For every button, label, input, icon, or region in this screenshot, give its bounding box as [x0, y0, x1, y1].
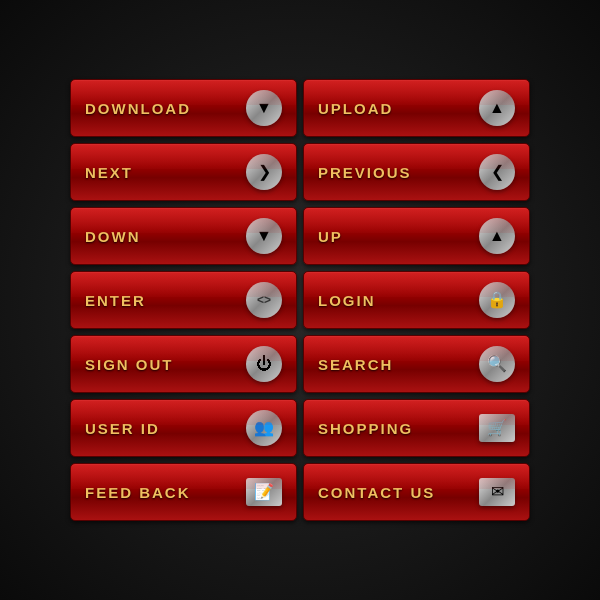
next-label: NEXT	[85, 164, 133, 181]
down-label: DOWN	[85, 228, 141, 245]
edit-icon: 📝	[246, 478, 282, 506]
chevron-down-icon: ▼	[246, 90, 282, 126]
chevron-left-icon: ❮	[479, 154, 515, 190]
lock-icon: 🔒	[479, 282, 515, 318]
chevron-up-icon: ▲	[479, 218, 515, 254]
search-button[interactable]: SEARCH🔍	[303, 335, 530, 393]
upload-label: UPLOAD	[318, 100, 393, 117]
up-label: UP	[318, 228, 343, 245]
signout-label: SIGN OUT	[85, 356, 174, 373]
download-label: DOWNLOAD	[85, 100, 191, 117]
power-icon: ⏻	[246, 346, 282, 382]
chevron-up-icon: ▲	[479, 90, 515, 126]
contactus-button[interactable]: CONTACT US✉	[303, 463, 530, 521]
enter-button[interactable]: ENTER<>	[70, 271, 297, 329]
search-label: SEARCH	[318, 356, 393, 373]
code-icon: <>	[246, 282, 282, 318]
enter-label: ENTER	[85, 292, 146, 309]
up-button[interactable]: UP▲	[303, 207, 530, 265]
userid-button[interactable]: USER ID👥	[70, 399, 297, 457]
shopping-label: SHOPPING	[318, 420, 413, 437]
shopping-button[interactable]: SHOPPING🛒	[303, 399, 530, 457]
chevron-right-icon: ❯	[246, 154, 282, 190]
mail-icon: ✉	[479, 478, 515, 506]
next-button[interactable]: NEXT❯	[70, 143, 297, 201]
previous-label: PREVIOUS	[318, 164, 412, 181]
contactus-label: CONTACT US	[318, 484, 435, 501]
upload-button[interactable]: UPLOAD▲	[303, 79, 530, 137]
previous-button[interactable]: PREVIOUS❮	[303, 143, 530, 201]
button-grid: DOWNLOAD▼UPLOAD▲NEXT❯PREVIOUS❮DOWN▼UP▲EN…	[40, 49, 560, 551]
signout-button[interactable]: SIGN OUT⏻	[70, 335, 297, 393]
search-icon: 🔍	[479, 346, 515, 382]
login-label: LOGIN	[318, 292, 376, 309]
user-icon: 👥	[246, 410, 282, 446]
feedback-label: FEED BACK	[85, 484, 191, 501]
chevron-down-icon: ▼	[246, 218, 282, 254]
download-button[interactable]: DOWNLOAD▼	[70, 79, 297, 137]
userid-label: USER ID	[85, 420, 160, 437]
feedback-button[interactable]: FEED BACK📝	[70, 463, 297, 521]
login-button[interactable]: LOGIN🔒	[303, 271, 530, 329]
down-button[interactable]: DOWN▼	[70, 207, 297, 265]
cart-icon: 🛒	[479, 414, 515, 442]
